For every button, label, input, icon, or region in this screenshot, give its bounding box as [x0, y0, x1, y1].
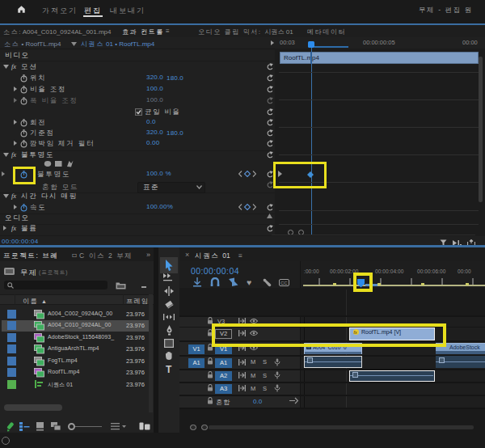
svg-text:CC: CC — [280, 281, 288, 285]
